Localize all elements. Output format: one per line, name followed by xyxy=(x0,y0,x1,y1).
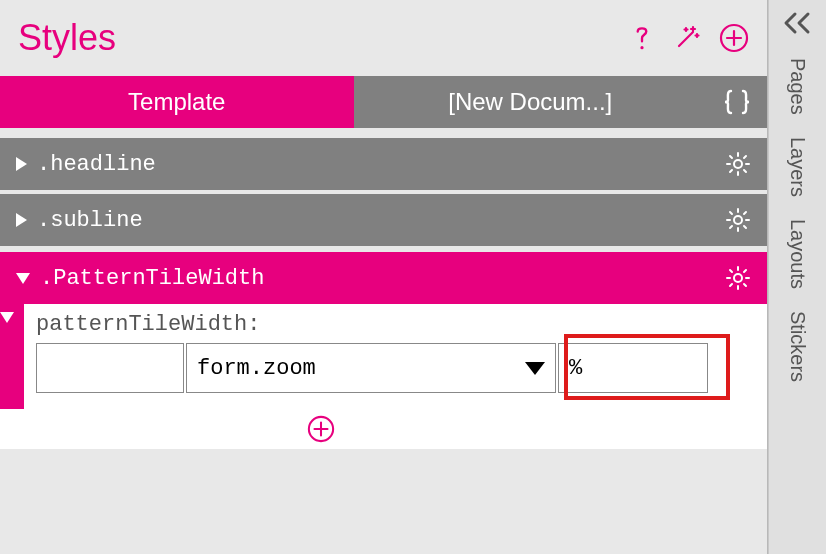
style-row-subline[interactable]: .subline xyxy=(0,192,767,248)
side-tab-pages[interactable]: Pages xyxy=(786,58,809,115)
tab-document[interactable]: [New Docum...] xyxy=(354,76,708,128)
gear-icon[interactable] xyxy=(725,151,751,177)
side-panel-tabs: Pages Layers Layouts Stickers xyxy=(768,0,826,554)
add-icon[interactable] xyxy=(307,415,335,443)
add-property-row xyxy=(0,409,767,449)
property-handle[interactable] xyxy=(0,304,24,409)
property-source-select[interactable]: form.zoom xyxy=(186,343,556,393)
chevron-down-icon xyxy=(16,273,30,284)
tab-braces[interactable] xyxy=(707,76,767,128)
gear-icon[interactable] xyxy=(725,207,751,233)
help-icon[interactable] xyxy=(629,23,655,53)
side-tab-layers[interactable]: Layers xyxy=(786,137,809,197)
svg-point-2 xyxy=(734,160,742,168)
style-row-patterntilewidth-label: .PatternTileWidth xyxy=(40,266,725,291)
chevron-right-icon xyxy=(16,157,27,171)
style-row-patterntilewidth[interactable]: .PatternTileWidth xyxy=(0,248,767,304)
property-value-input[interactable] xyxy=(36,343,184,393)
chevron-right-icon xyxy=(16,213,27,227)
svg-point-0 xyxy=(640,46,643,49)
gear-icon[interactable] xyxy=(725,265,751,291)
svg-point-4 xyxy=(734,274,742,282)
property-name: patternTileWidth: xyxy=(36,312,755,337)
collapse-icon[interactable] xyxy=(781,0,815,58)
style-row-headline[interactable]: .headline xyxy=(0,136,767,192)
property-unit-input[interactable] xyxy=(558,343,708,393)
side-tab-layouts[interactable]: Layouts xyxy=(786,219,809,289)
tabs: Template [New Docum...] xyxy=(0,76,767,128)
property-source-label: form.zoom xyxy=(197,356,316,381)
svg-point-3 xyxy=(734,216,742,224)
tab-document-label: [New Docum...] xyxy=(448,88,612,116)
panel-header: Styles xyxy=(0,0,767,76)
wand-icon[interactable] xyxy=(673,24,701,52)
side-tab-stickers[interactable]: Stickers xyxy=(786,311,809,382)
style-row-subline-label: .subline xyxy=(37,208,725,233)
panel-title: Styles xyxy=(18,17,629,59)
chevron-down-icon xyxy=(0,312,14,323)
style-row-headline-label: .headline xyxy=(37,152,725,177)
tab-template[interactable]: Template xyxy=(0,76,354,128)
tab-template-label: Template xyxy=(128,88,225,116)
add-icon[interactable] xyxy=(719,23,749,53)
chevron-down-icon xyxy=(525,362,545,375)
